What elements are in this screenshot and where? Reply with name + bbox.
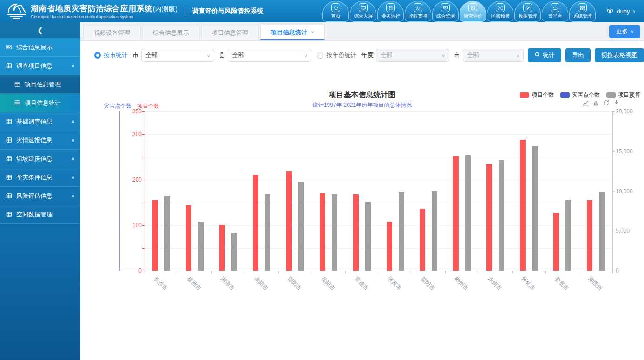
bar-项目个数-郴州市[interactable] <box>453 156 459 271</box>
axis-tick <box>445 271 446 273</box>
county-select-label: 县 <box>219 51 225 59</box>
sidebar-item-slope-housing-info[interactable]: 切坡建房信息∨ <box>0 150 80 168</box>
bar-项目个数-娄底市[interactable] <box>553 213 559 271</box>
restore-icon[interactable] <box>603 99 610 108</box>
x-axis-category-label: 郴州市 <box>453 275 470 292</box>
sidebar-collapse-button[interactable]: ❮ <box>0 22 80 38</box>
nav-system-management[interactable]: 系统管理 <box>569 1 596 22</box>
sidebar-item-spatial-data-management[interactable]: 空间数据管理 <box>0 205 80 224</box>
bar-项目预算-岳阳市[interactable] <box>332 194 337 271</box>
x-axis-category-label: 怀化市 <box>519 275 537 292</box>
bar-项目预算-郴州市[interactable] <box>465 155 471 271</box>
legend-item[interactable]: 灾害点个数 <box>560 91 600 99</box>
home-icon <box>331 3 340 12</box>
bar-项目个数-永州市[interactable] <box>486 164 492 271</box>
eye-icon <box>606 7 614 16</box>
legend-swatch <box>560 92 570 98</box>
user-menu[interactable]: duhy ∨ <box>606 7 636 16</box>
table-icon <box>6 155 13 162</box>
nav-cloud-platform[interactable]: 云平台 <box>542 1 568 22</box>
bar-项目预算-邵阳市[interactable] <box>298 182 304 271</box>
bar-项目个数-衡阳市[interactable] <box>253 175 258 271</box>
year-select-value: 全部 <box>380 51 392 59</box>
legend-item[interactable]: 项目预算 <box>606 91 640 99</box>
download-icon[interactable] <box>613 99 620 108</box>
export-button[interactable]: 导出 <box>565 48 591 62</box>
tab-label: 项目信息统计 <box>271 28 307 37</box>
nav-business-run[interactable]: 业务运行 <box>377 1 404 22</box>
bar-项目预算-湘西州[interactable] <box>599 192 605 271</box>
bar-项目个数-株洲市[interactable] <box>186 205 191 271</box>
nav-label: 业务运行 <box>381 13 400 19</box>
toggle-table-view-button[interactable]: 切换表格视图 <box>595 48 644 62</box>
y-axis-right-tick-label: 15,000 <box>616 148 633 155</box>
bar-项目预算-湘潭市[interactable] <box>231 233 237 271</box>
sidebar-item-info-display[interactable]: 综合信息展示 <box>0 38 80 57</box>
server-icon <box>386 3 395 12</box>
nav-command-support[interactable]: 指挥支撑 <box>405 1 431 22</box>
bar-项目预算-娄底市[interactable] <box>565 200 571 271</box>
bar-项目个数-张家界[interactable] <box>387 222 392 271</box>
table-icon <box>14 99 21 106</box>
nav-regional-warning[interactable]: 区域预警 <box>487 1 513 22</box>
app-header: 湖南省地质灾害防治综合应用系统(内测版) Geological hazard p… <box>0 0 644 22</box>
x-axis-category-label: 娄底市 <box>553 275 570 292</box>
project-statistics-chart: 项目基本信息统计图 统计1997年-2021年历年项目的总体情况 项目个数灾害点… <box>80 70 644 321</box>
sidebar-item-survey-project-info[interactable]: 调查项目信息∧ <box>0 57 80 75</box>
tab-project-info-statistics[interactable]: 项目信息统计× <box>260 25 325 40</box>
bar-项目个数-常德市[interactable] <box>353 194 359 271</box>
bar-项目预算-怀化市[interactable] <box>532 146 538 271</box>
sidebar-item-hazard-condition-info[interactable]: 孕灾条件信息∨ <box>0 168 80 187</box>
sidebar-item-risk-assessment-info[interactable]: 风险评估信息∨ <box>0 187 80 205</box>
bar-项目个数-长沙市[interactable] <box>152 200 158 271</box>
bar-项目预算-长沙市[interactable] <box>164 196 170 271</box>
bar-项目预算-株洲市[interactable] <box>198 222 204 271</box>
tab-project-info-management[interactable]: 项目信息管理 <box>201 25 259 40</box>
bar-项目个数-湘潭市[interactable] <box>219 225 225 271</box>
tab-info-overview[interactable]: 综合信息展示 <box>142 25 200 40</box>
nav-monitoring[interactable]: 综合监测 <box>432 1 459 22</box>
legend-item[interactable]: 项目个数 <box>520 91 554 99</box>
bar-项目预算-衡阳市[interactable] <box>265 194 270 271</box>
radio-by-year[interactable]: 按年份统计 <box>317 51 356 59</box>
bar-项目个数-湘西州[interactable] <box>587 200 592 271</box>
sidebar-item-project-info-management[interactable]: 项目信息管理 <box>0 75 80 94</box>
statistics-button[interactable]: 统计 <box>528 48 561 62</box>
city2-select[interactable]: 全部 ∨ <box>463 49 524 62</box>
county-select[interactable]: 全部 ∨ <box>228 49 311 62</box>
axis-tick <box>312 271 312 273</box>
top-nav: 首页综合大屏业务运行指挥支撑综合监测调查评价区域预警数据管理云平台系统管理 <box>322 0 596 22</box>
bar-项目个数-益阳市[interactable] <box>420 209 425 271</box>
bar-项目预算-永州市[interactable] <box>499 160 504 271</box>
nav-data-management[interactable]: 数据管理 <box>514 1 541 22</box>
nav-survey-evaluation[interactable]: 调查评价 <box>460 1 486 22</box>
bar-项目个数-岳阳市[interactable] <box>320 193 325 271</box>
city-select[interactable]: 全部 ∨ <box>141 49 214 62</box>
close-icon[interactable]: × <box>311 29 314 36</box>
brand: 湖南省地质灾害防治综合应用系统(内测版) Geological hazard p… <box>0 2 263 20</box>
chart-toolbox <box>582 99 620 108</box>
nav-big-screen[interactable]: 综合大屏 <box>350 1 376 22</box>
bar-项目预算-张家界[interactable] <box>399 192 404 271</box>
sidebar-item-basic-survey-info[interactable]: 基础调查信息∨ <box>0 112 80 131</box>
nav-home[interactable]: 首页 <box>322 1 349 22</box>
bar-项目预算-益阳市[interactable] <box>432 191 437 271</box>
bar-项目预算-常德市[interactable] <box>365 202 371 271</box>
sidebar-item-project-info-statistics[interactable]: 项目信息统计 <box>0 94 80 112</box>
left-axis2-line <box>119 111 120 271</box>
axis-tick <box>142 157 145 157</box>
bar-项目个数-邵阳市[interactable] <box>286 171 292 271</box>
tab-video-device-management[interactable]: 视频设备管理 <box>83 25 141 40</box>
radio-by-city[interactable]: 按市统计 <box>94 51 128 59</box>
gridline <box>145 134 612 135</box>
line-chart-icon[interactable] <box>582 99 589 108</box>
sidebar: ❮ 综合信息展示调查项目信息∧项目信息管理项目信息统计基础调查信息∨灾情速报信息… <box>0 22 80 360</box>
bar-chart-icon[interactable] <box>592 99 599 108</box>
more-button-label: 更多 <box>616 27 628 36</box>
bar-项目个数-怀化市[interactable] <box>520 140 526 271</box>
people-icon <box>414 3 422 12</box>
year-select[interactable]: 全部 ∨ <box>376 49 449 62</box>
more-button[interactable]: 更多 ∨ <box>609 25 640 38</box>
x-axis-category-label: 邵阳市 <box>286 275 303 292</box>
sidebar-item-disaster-report-info[interactable]: 灾情速报信息∨ <box>0 131 80 150</box>
